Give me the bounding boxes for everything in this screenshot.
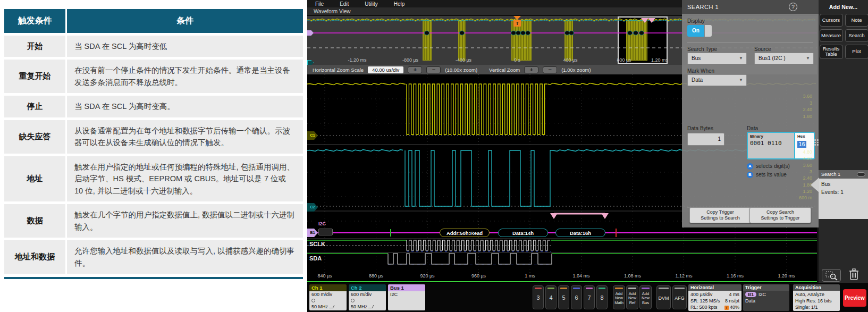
preview-button[interactable]: Preview bbox=[843, 289, 866, 307]
oscilloscope-app: FileEditUtilityHelp Waveform View T -1.2… bbox=[307, 0, 868, 312]
menu-item-edit[interactable]: Edit bbox=[332, 1, 357, 7]
sidebar-button-measure[interactable]: Measure bbox=[820, 29, 843, 42]
display-toggle[interactable]: On bbox=[687, 25, 712, 37]
row-text: 在没有前一个停止条件的情况下发生开始条件。通常是当主设备发送多条消息而不释放总线… bbox=[67, 60, 303, 93]
acq-resolution: High Res: 16 bits bbox=[795, 298, 838, 304]
channel-color-stripe bbox=[599, 288, 605, 289]
button-color-stripe bbox=[615, 288, 623, 289]
source-dropdown[interactable]: Bus1 (I2C )▼ bbox=[754, 53, 814, 64]
v-zoom-plus-button[interactable]: + bbox=[524, 66, 538, 73]
probe-icon bbox=[351, 299, 355, 302]
binary-label: Binary bbox=[750, 134, 792, 139]
main-time-label: 1.16 ms bbox=[727, 273, 744, 279]
add-new-bus-button[interactable]: Add New Bus bbox=[639, 285, 652, 309]
display-toggle-on[interactable]: On bbox=[687, 25, 704, 37]
sda-label: SDA bbox=[309, 255, 322, 262]
panel-drag-handle[interactable] bbox=[814, 139, 819, 146]
probe-icon bbox=[311, 299, 315, 302]
trigger-mode: Data bbox=[745, 298, 787, 304]
sidebar-button-results-table[interactable]: Results Table bbox=[820, 45, 843, 59]
overview-time-label: 1.20 ms bbox=[651, 57, 668, 63]
ch1-badge[interactable]: Ch 1 600 m/div50 MHz bbox=[309, 284, 347, 310]
menu-item-utility[interactable]: Utility bbox=[357, 1, 385, 7]
display-toggle-knob[interactable] bbox=[704, 25, 712, 37]
knob-a-hint: A selects digit(s) bbox=[747, 163, 790, 170]
bandwidth-icon bbox=[368, 305, 374, 308]
trigger-badge[interactable]: Trigger B1I2C Data bbox=[743, 284, 789, 311]
h-zoom-plus-button[interactable]: + bbox=[408, 66, 422, 73]
bus1-badge[interactable]: Bus 1 I2C bbox=[388, 284, 425, 310]
source-value: Bus1 (I2C ) bbox=[759, 55, 786, 61]
search1-result-events: Events: 1 bbox=[821, 189, 865, 197]
channel-5-button[interactable]: 5 bbox=[558, 285, 569, 309]
add-new-math-button[interactable]: Add New Math bbox=[613, 285, 625, 309]
menu-item-file[interactable]: File bbox=[307, 1, 332, 7]
channel-7-button[interactable]: 7 bbox=[584, 285, 595, 309]
h-zoom-scale-value[interactable]: 40.00 us/div bbox=[368, 66, 403, 73]
afg-button[interactable]: AFG bbox=[672, 285, 687, 309]
ghost-scale-label: 3.60 bbox=[803, 163, 812, 168]
channel-4-button[interactable]: 4 bbox=[545, 285, 557, 309]
v-zoom-minus-button[interactable]: − bbox=[543, 66, 557, 73]
decode-data1-capsule[interactable]: Data:14h bbox=[498, 229, 548, 237]
sidebar-button-cursors[interactable]: Cursors bbox=[820, 14, 843, 27]
row-label: 缺失应答 bbox=[4, 120, 67, 154]
sidebar-button-search[interactable]: Search bbox=[845, 29, 868, 42]
row-text: 触发在几个字节的用户指定数据值上, 数据值以二进制或十六进制输入。 bbox=[67, 204, 303, 238]
mark-when-dropdown[interactable]: Data▼ bbox=[687, 74, 747, 86]
add-new-ref-button[interactable]: Add New Ref bbox=[626, 285, 638, 309]
acquisition-badge[interactable]: Acquisition Auto, Analyze High Res: 16 b… bbox=[793, 284, 840, 311]
main-time-label: 1.08 ms bbox=[624, 273, 641, 279]
copy-trigger-to-search-button[interactable]: Copy Trigger Settings to Search bbox=[689, 207, 751, 223]
decode-addr-capsule[interactable]: Addr:50h:Read bbox=[440, 229, 490, 237]
sidebar-button-plot[interactable]: Plot bbox=[845, 45, 868, 59]
table-row: 地址和数据允许您输入地址和数据值以及读取与写入, 以捕获感兴趣的确切事件。 bbox=[4, 240, 303, 274]
knob-b-icon: B bbox=[747, 172, 753, 178]
trigger-badge-header: Trigger bbox=[743, 284, 789, 291]
button-color-stripe bbox=[642, 288, 650, 289]
channel-8-button[interactable]: 8 bbox=[596, 285, 608, 309]
help-icon[interactable]: ? bbox=[789, 3, 797, 11]
ch2-scale: 600 m/div bbox=[351, 292, 372, 297]
h-zoom-minus-button[interactable]: − bbox=[426, 66, 441, 73]
h-window: 4 ms bbox=[729, 291, 739, 298]
ch2-badge[interactable]: Ch 2 600 m/div50 MHz bbox=[349, 284, 386, 310]
data-label: Data bbox=[747, 125, 758, 131]
display-label: Display bbox=[687, 18, 705, 24]
horizontal-badge[interactable]: Horizontal 400 µs/div4 ms SR: 125 MS/s8 … bbox=[688, 284, 741, 311]
channel-6-button[interactable]: 6 bbox=[571, 285, 582, 309]
trash-button[interactable] bbox=[847, 267, 861, 282]
channel-3-button[interactable]: 3 bbox=[533, 285, 544, 309]
binary-input[interactable]: Binary 0001 0110 bbox=[748, 133, 794, 158]
search1-result-pill[interactable] bbox=[857, 172, 865, 176]
main-time-label: 1 ms bbox=[525, 273, 535, 279]
dvm-button[interactable]: DVM bbox=[656, 285, 671, 309]
table-row: 停止当 SDA 在 SCL 为高时变高。 bbox=[4, 96, 303, 117]
right-sidebar: Add New... CursorsNoteMeasureSearchResul… bbox=[819, 0, 868, 283]
hex-value[interactable]: 16 bbox=[797, 141, 806, 148]
bus-chip-icon bbox=[318, 229, 333, 235]
search1-result-item[interactable]: Search 1 Bus Events: 1 bbox=[819, 170, 868, 219]
h-trigger-position: 40% bbox=[730, 305, 739, 310]
copy-search-to-trigger-button[interactable]: Copy Search Settings to Trigger bbox=[749, 207, 811, 223]
decode-data2-capsule[interactable]: Data:16h bbox=[555, 229, 605, 237]
ch2-badge-header: Ch 2 bbox=[349, 284, 386, 291]
ghost-scale-label: 2.40 bbox=[803, 107, 812, 112]
h-zoom-factor: (10.00x zoom) bbox=[445, 67, 477, 73]
data-bytes-input[interactable]: 1 bbox=[687, 133, 724, 146]
binary-value[interactable]: 0001 0110 bbox=[750, 140, 792, 147]
overview-time-label: -1.20 ms bbox=[348, 57, 366, 63]
row-label: 地址 bbox=[4, 156, 67, 201]
trigger-conditions-table-panel: 触发条件 条件 开始当 SDA 在 SCL 为高时变低重复开始在没有前一个停止条… bbox=[0, 0, 307, 312]
row-text: 触发在用户指定的地址或任何预编程的特殊地址, 包括通用调用、启动字节、HS 模式… bbox=[67, 156, 303, 201]
search1-result-type: Bus bbox=[821, 181, 865, 189]
table-row: 数据触发在几个字节的用户指定数据值上, 数据值以二进制或十六进制输入。 bbox=[4, 204, 303, 238]
sclk-label: SCLK bbox=[309, 241, 325, 247]
zoom-tool-button[interactable] bbox=[822, 269, 841, 282]
row-label: 重复开始 bbox=[4, 60, 67, 93]
page: { "table": { "headers": ["触发条件", "条件"], … bbox=[0, 0, 868, 312]
horizontal-badge-header: Horizontal bbox=[688, 284, 741, 291]
menu-item-help[interactable]: Help bbox=[386, 1, 413, 7]
search-type-dropdown[interactable]: Bus▼ bbox=[687, 53, 747, 64]
sidebar-button-note[interactable]: Note bbox=[845, 14, 868, 27]
